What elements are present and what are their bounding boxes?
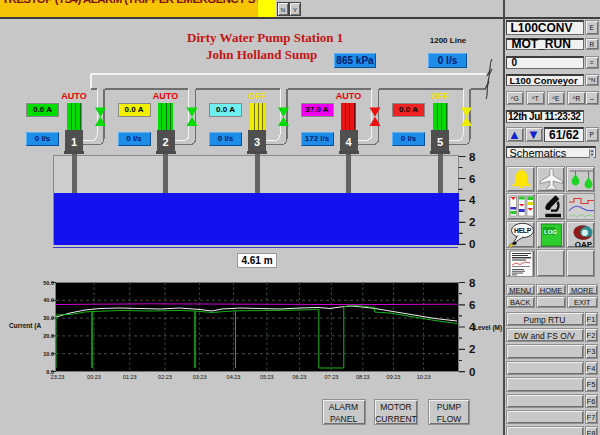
svg-text:LOG: LOG [544, 228, 557, 234]
svg-text:10:23: 10:23 [417, 374, 431, 380]
svg-text:4: 4 [469, 194, 476, 206]
svg-text:04:23: 04:23 [227, 374, 241, 380]
svg-text:07:23: 07:23 [325, 374, 339, 380]
svg-text:05:23: 05:23 [260, 374, 274, 380]
svg-text:09:23: 09:23 [387, 374, 401, 380]
svg-text:6: 6 [469, 299, 475, 311]
svg-text:8: 8 [469, 151, 476, 163]
svg-text:4: 4 [469, 321, 476, 333]
svg-text:23:23: 23:23 [51, 374, 65, 380]
svg-text:8: 8 [469, 277, 476, 289]
svg-text:00:23: 00:23 [87, 374, 101, 380]
svg-text:2: 2 [469, 343, 475, 355]
svg-text:6: 6 [469, 173, 475, 185]
svg-text:03:23: 03:23 [193, 374, 207, 380]
svg-text:02:23: 02:23 [158, 374, 172, 380]
svg-text:06:23: 06:23 [293, 374, 307, 380]
svg-text:0: 0 [469, 366, 475, 378]
svg-text:HELP: HELP [514, 227, 532, 234]
svg-text:QAP: QAP [574, 240, 592, 248]
svg-text:0: 0 [469, 238, 475, 250]
svg-text:08:23: 08:23 [356, 374, 370, 380]
svg-text:01:23: 01:23 [123, 374, 137, 380]
svg-text:2: 2 [469, 216, 475, 228]
